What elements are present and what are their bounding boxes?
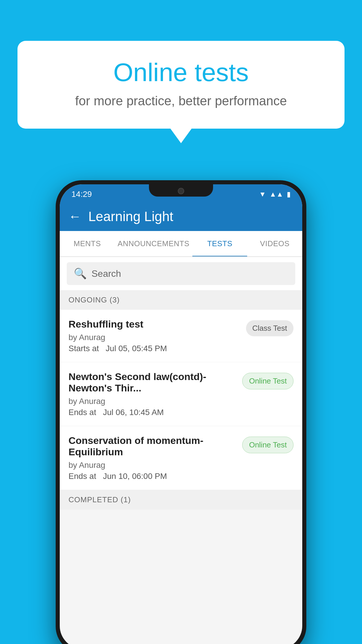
ongoing-section-header: ONGOING (3) (60, 290, 302, 310)
phone-camera (178, 188, 184, 194)
test-badge-online-test-2: Online Test (242, 437, 294, 453)
app-bar: ← Learning Light (60, 202, 302, 231)
tabs-container: MENTS ANNOUNCEMENTS TESTS VIDEOS (60, 231, 302, 257)
search-container: 🔍 Search (60, 257, 302, 290)
test-list: Reshuffling test by Anurag Starts at Jul… (60, 310, 302, 490)
test-date: Ends at Jun 10, 06:00 PM (68, 472, 236, 481)
test-info: Reshuffling test by Anurag Starts at Jul… (68, 318, 246, 353)
test-date-label: Ends at (68, 408, 96, 417)
back-button[interactable]: ← (68, 209, 81, 224)
speech-bubble: Online tests for more practice, better p… (17, 41, 345, 129)
test-date-value: Jun 10, 06:00 PM (103, 472, 167, 481)
app-title: Learning Light (88, 209, 173, 224)
test-date-value: Jul 06, 10:45 AM (103, 408, 164, 417)
test-title: Reshuffling test (68, 318, 240, 330)
test-by: by Anurag (68, 461, 236, 470)
wifi-icon: ▼ (259, 190, 266, 198)
phone-frame: 14:29 ▼ ▲▲ ▮ ← Learning Light MENTS ANNO… (56, 180, 306, 644)
test-badge-online-test: Online Test (242, 373, 294, 389)
completed-section-header: COMPLETED (1) (60, 490, 302, 510)
test-title: Conservation of momentum-Equilibrium (68, 435, 236, 458)
test-by: by Anurag (68, 333, 240, 342)
speech-bubble-container: Online tests for more practice, better p… (17, 41, 345, 129)
tab-announcements[interactable]: ANNOUNCEMENTS (115, 231, 192, 256)
test-info: Newton's Second law(contd)-Newton's Thir… (68, 371, 242, 417)
phone-notch (149, 184, 213, 197)
search-icon: 🔍 (74, 267, 87, 280)
battery-icon: ▮ (287, 190, 291, 198)
signal-icon: ▲▲ (269, 190, 283, 198)
tab-videos[interactable]: VIDEOS (247, 231, 302, 256)
test-date-value: Jul 05, 05:45 PM (106, 344, 167, 353)
test-item[interactable]: Reshuffling test by Anurag Starts at Jul… (60, 310, 302, 362)
tab-tests[interactable]: TESTS (192, 231, 247, 256)
search-input[interactable]: 🔍 Search (67, 262, 295, 285)
test-title: Newton's Second law(contd)-Newton's Thir… (68, 371, 236, 394)
phone-inner: 14:29 ▼ ▲▲ ▮ ← Learning Light MENTS ANNO… (60, 184, 302, 644)
search-placeholder: Search (92, 268, 121, 279)
test-item[interactable]: Newton's Second law(contd)-Newton's Thir… (60, 362, 302, 426)
status-time: 14:29 (71, 190, 92, 199)
test-item[interactable]: Conservation of momentum-Equilibrium by … (60, 426, 302, 490)
test-badge-class-test: Class Test (246, 320, 294, 336)
test-info: Conservation of momentum-Equilibrium by … (68, 435, 242, 481)
bubble-subtitle: for more practice, better performance (41, 94, 321, 108)
test-date: Starts at Jul 05, 05:45 PM (68, 344, 240, 353)
test-by: by Anurag (68, 397, 236, 406)
bubble-title: Online tests (41, 58, 321, 87)
test-date-label: Starts at (68, 344, 99, 353)
tab-ments[interactable]: MENTS (60, 231, 115, 256)
test-date-label: Ends at (68, 472, 96, 481)
status-icons: ▼ ▲▲ ▮ (259, 190, 291, 198)
test-date: Ends at Jul 06, 10:45 AM (68, 408, 236, 417)
